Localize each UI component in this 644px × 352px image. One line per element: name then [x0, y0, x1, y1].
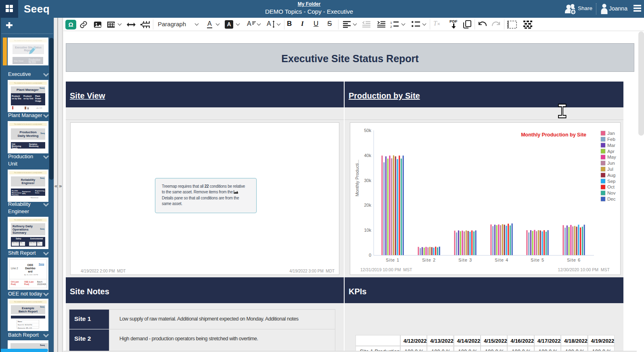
- svg-text:Jan: Jan: [607, 131, 615, 136]
- svg-text:Monthly Production by Site: Monthly Production by Site: [521, 132, 586, 138]
- svg-text:Sep: Sep: [607, 179, 615, 184]
- svg-text:Jul: Jul: [607, 167, 613, 172]
- svg-text:Mar: Mar: [607, 143, 615, 148]
- svg-text:Site 6: Site 6: [567, 258, 581, 262]
- svg-text:Monthly Producti...: Monthly Producti...: [355, 159, 360, 196]
- svg-text:40k: 40k: [364, 153, 371, 158]
- svg-text:20k: 20k: [364, 203, 371, 207]
- svg-text:May: May: [607, 155, 616, 159]
- svg-text:Site 2: Site 2: [422, 258, 436, 262]
- svg-text:Site 4: Site 4: [495, 258, 508, 262]
- svg-text:10k: 10k: [364, 228, 371, 233]
- svg-text:Site 1: Site 1: [386, 258, 399, 262]
- svg-text:1: 1: [390, 21, 392, 25]
- svg-text:Apr: Apr: [607, 149, 615, 154]
- svg-text:Oct: Oct: [607, 184, 615, 189]
- svg-text:Site 3: Site 3: [458, 258, 472, 262]
- svg-text:Aug: Aug: [607, 173, 615, 178]
- svg-text:Jun: Jun: [607, 161, 615, 166]
- svg-text:50k: 50k: [364, 128, 371, 133]
- svg-text:0: 0: [369, 253, 371, 258]
- svg-text:Nov: Nov: [607, 191, 616, 195]
- svg-text:Feb: Feb: [607, 137, 615, 142]
- svg-text:Site 5: Site 5: [531, 258, 544, 262]
- svg-text:Dec: Dec: [607, 197, 616, 201]
- svg-text:30k: 30k: [364, 178, 371, 183]
- svg-text:2: 2: [390, 25, 392, 28]
